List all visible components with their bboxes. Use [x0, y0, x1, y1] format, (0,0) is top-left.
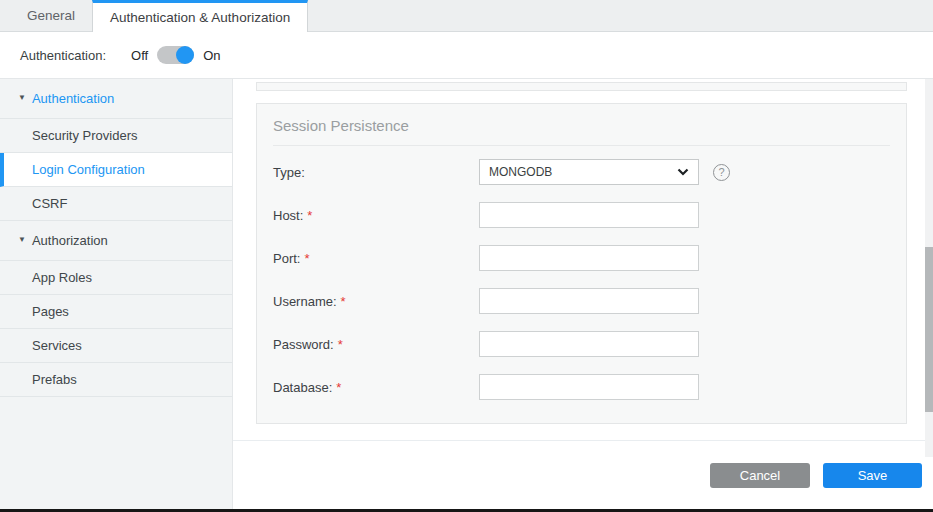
password-label-text: Password:	[273, 337, 334, 352]
authentication-toolbar: Authentication: Off On	[0, 32, 933, 79]
save-button[interactable]: Save	[823, 463, 922, 488]
collapse-arrow-icon: ▼	[18, 235, 26, 244]
password-input[interactable]	[479, 331, 699, 357]
chevron-down-icon	[677, 168, 689, 176]
session-persistence-card: Session Persistence Type: MONGODB	[256, 103, 907, 424]
form-row-type: Type: MONGODB ?	[273, 159, 890, 185]
footer-divider	[233, 440, 933, 441]
tab-general[interactable]: General	[10, 0, 92, 31]
sidebar-item-prefabs[interactable]: Prefabs	[0, 363, 232, 397]
required-marker: *	[336, 380, 341, 395]
username-label: Username:*	[273, 294, 479, 309]
form-row-port: Port:*	[273, 245, 890, 271]
database-label-text: Database:	[273, 380, 332, 395]
form-row-username: Username:*	[273, 288, 890, 314]
sidebar-group-label: Authorization	[32, 233, 108, 248]
host-label-text: Host:	[273, 208, 303, 223]
scrollbar-thumb[interactable]	[925, 247, 933, 412]
sidebar-item-app-roles[interactable]: App Roles	[0, 261, 232, 295]
form-row-password: Password:*	[273, 331, 890, 357]
database-input[interactable]	[479, 374, 699, 400]
required-marker: *	[307, 208, 312, 223]
username-label-text: Username:	[273, 294, 337, 309]
authentication-toggle[interactable]	[157, 46, 194, 64]
settings-body: ▼ Authentication Security Providers Logi…	[0, 79, 933, 512]
type-select[interactable]: MONGODB	[479, 159, 699, 185]
sidebar-group-authentication[interactable]: ▼ Authentication	[0, 79, 232, 119]
settings-sidebar: ▼ Authentication Security Providers Logi…	[0, 79, 233, 512]
database-label: Database:*	[273, 380, 479, 395]
collapse-arrow-icon: ▼	[18, 93, 26, 102]
type-select-value: MONGODB	[489, 165, 552, 179]
password-label: Password:*	[273, 337, 479, 352]
required-marker: *	[341, 294, 346, 309]
settings-window: General Authentication & Authorization A…	[0, 0, 933, 512]
required-marker: *	[338, 337, 343, 352]
port-label: Port:*	[273, 251, 479, 266]
settings-tabbar: General Authentication & Authorization	[0, 0, 933, 32]
form-row-database: Database:*	[273, 374, 890, 400]
sidebar-group-label: Authentication	[32, 91, 114, 106]
sidebar-group-authorization[interactable]: ▼ Authorization	[0, 221, 232, 261]
port-label-text: Port:	[273, 251, 300, 266]
host-label: Host:*	[273, 208, 479, 223]
toggle-knob-icon	[176, 46, 194, 64]
sidebar-item-login-configuration[interactable]: Login Configuration	[0, 153, 232, 187]
authentication-label: Authentication:	[20, 48, 106, 63]
required-marker: *	[304, 251, 309, 266]
host-input[interactable]	[479, 202, 699, 228]
vertical-scrollbar[interactable]	[925, 79, 933, 457]
sidebar-item-security-providers[interactable]: Security Providers	[0, 119, 232, 153]
sidebar-item-services[interactable]: Services	[0, 329, 232, 363]
previous-section-card-edge	[256, 82, 907, 91]
sidebar-item-pages[interactable]: Pages	[0, 295, 232, 329]
sidebar-item-csrf[interactable]: CSRF	[0, 187, 232, 221]
username-input[interactable]	[479, 288, 699, 314]
type-label: Type:	[273, 165, 479, 180]
toggle-on-label: On	[203, 48, 220, 63]
section-title: Session Persistence	[273, 117, 890, 134]
toggle-off-label: Off	[131, 48, 148, 63]
port-input[interactable]	[479, 245, 699, 271]
tab-authentication-authorization[interactable]: Authentication & Authorization	[92, 0, 308, 32]
help-icon[interactable]: ?	[713, 164, 730, 181]
session-persistence-form: Type: MONGODB ?	[257, 146, 906, 400]
cancel-button[interactable]: Cancel	[710, 463, 810, 488]
form-row-host: Host:*	[273, 202, 890, 228]
settings-content: Session Persistence Type: MONGODB	[233, 79, 933, 512]
